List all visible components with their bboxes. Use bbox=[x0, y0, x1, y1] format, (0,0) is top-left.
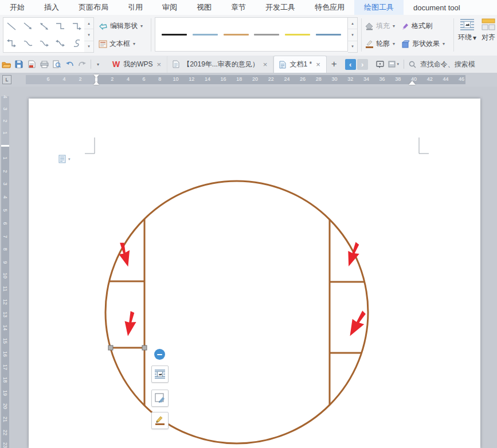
quick-access-more-button[interactable]: ▾ bbox=[93, 58, 103, 70]
close-tab-icon[interactable]: × bbox=[156, 60, 162, 69]
wps-logo-icon: W bbox=[112, 60, 120, 69]
line-style-swatch[interactable] bbox=[316, 34, 341, 36]
outline-color-button[interactable] bbox=[151, 412, 169, 429]
text-wrap-icon bbox=[154, 369, 166, 379]
line-gallery-up-button[interactable]: ▴ bbox=[348, 18, 357, 29]
shape-freeform-icon[interactable] bbox=[69, 35, 85, 52]
menu-tab-developer[interactable]: 开发工具 bbox=[256, 0, 305, 15]
ruler-number: 21 bbox=[1, 415, 10, 423]
gallery-scroll-down-button[interactable]: ▾ bbox=[84, 29, 93, 41]
ruler-number: 6 bbox=[138, 76, 150, 82]
print-preview-button[interactable] bbox=[50, 58, 63, 70]
ruler-number: 24 bbox=[281, 76, 292, 82]
shape-elbow-arrow-icon[interactable] bbox=[69, 18, 85, 35]
undo-button[interactable] bbox=[63, 58, 76, 70]
line-gallery-scroll: ▴ ▾ ▾ bbox=[348, 17, 358, 53]
tab-scroll-right-button[interactable]: › bbox=[357, 59, 368, 70]
ruler-number: 20 bbox=[249, 76, 261, 82]
print-preview-icon bbox=[53, 60, 61, 68]
hanging-indent-marker[interactable] bbox=[93, 81, 99, 85]
line-gallery-more-button[interactable]: ▾ bbox=[348, 41, 357, 52]
shape-effects-button[interactable]: 形状效果▾ bbox=[401, 39, 445, 49]
comment-button[interactable] bbox=[374, 58, 386, 70]
page-canvas[interactable]: ▾ bbox=[29, 99, 480, 448]
menu-tab-insert[interactable]: 插入 bbox=[34, 0, 69, 15]
shape-elbow-connector-icon[interactable] bbox=[52, 18, 68, 35]
ruler-number: 38 bbox=[392, 76, 404, 82]
gallery-scroll-up-button[interactable]: ▴ bbox=[84, 18, 93, 29]
ruler-number: 44 bbox=[440, 76, 451, 82]
ruler-number: 4 bbox=[122, 76, 134, 82]
layout-options-button[interactable] bbox=[151, 366, 169, 383]
align-button[interactable]: 对齐 bbox=[482, 18, 495, 42]
tab-scroll-left-button[interactable]: ‹ bbox=[345, 59, 356, 70]
ruler-number: 46 bbox=[456, 76, 467, 82]
tab-stop-selector[interactable]: L bbox=[2, 75, 11, 84]
line-gallery-down-button[interactable]: ▾ bbox=[348, 29, 357, 41]
menu-tab-drawing-tools[interactable]: 绘图工具 bbox=[354, 0, 404, 15]
print-button[interactable] bbox=[38, 58, 50, 70]
selection-handle-left[interactable] bbox=[108, 345, 113, 350]
ruler-number: 12 bbox=[1, 298, 10, 306]
first-line-indent-marker[interactable] bbox=[93, 74, 99, 78]
ruler-number: 19 bbox=[1, 389, 10, 397]
wrap-button[interactable]: 环绕▾ bbox=[458, 18, 476, 42]
line-style-swatch[interactable] bbox=[162, 34, 187, 36]
redo-button[interactable] bbox=[76, 58, 88, 70]
shape-curve-arrow-icon[interactable] bbox=[36, 35, 52, 52]
menu-tab-references[interactable]: 引用 bbox=[118, 0, 152, 15]
open-file-button[interactable] bbox=[0, 58, 13, 70]
gallery-more-button[interactable]: ▾ bbox=[84, 41, 93, 52]
menu-tab-page-layout[interactable]: 页面布局 bbox=[69, 0, 118, 15]
new-tab-button[interactable]: + bbox=[327, 58, 342, 70]
view-mode-icon bbox=[388, 61, 397, 68]
menu-tab-section[interactable]: 章节 bbox=[221, 0, 256, 15]
view-mode-button[interactable]: ▾ bbox=[386, 58, 401, 70]
ribbon-separator bbox=[453, 18, 454, 52]
tab-document1-active[interactable]: 文档1 * × bbox=[273, 56, 326, 73]
export-pdf-button[interactable] bbox=[25, 58, 38, 70]
shape-style-button[interactable] bbox=[151, 390, 169, 407]
menu-tab-review[interactable]: 审阅 bbox=[152, 0, 187, 15]
edit-shape-button[interactable]: 编辑形状▾ bbox=[99, 21, 143, 31]
line-style-swatch[interactable] bbox=[285, 34, 310, 36]
save-button[interactable] bbox=[13, 58, 25, 70]
red-arrow-annotation[interactable] bbox=[122, 311, 138, 337]
fill-bucket-icon bbox=[365, 22, 374, 30]
line-style-swatch[interactable] bbox=[224, 34, 249, 36]
shape-line-icon[interactable] bbox=[3, 18, 19, 35]
undo-icon bbox=[65, 61, 74, 68]
ruler-number: 13 bbox=[1, 311, 10, 319]
minus-icon bbox=[157, 354, 162, 355]
shape-elbow-double-arrow-icon[interactable] bbox=[3, 35, 19, 52]
shape-curve-connector-icon[interactable] bbox=[19, 35, 36, 52]
text-box-button[interactable]: 文本框▾ bbox=[99, 39, 135, 49]
ribbon-separator bbox=[151, 18, 151, 52]
selection-handle-right[interactable] bbox=[142, 345, 147, 350]
menu-tab-view[interactable]: 视图 bbox=[187, 0, 221, 15]
ruler-number: 2 bbox=[107, 76, 118, 82]
shape-arrow-icon[interactable] bbox=[19, 18, 36, 35]
line-style-swatch[interactable] bbox=[254, 34, 279, 36]
ruler-number: 18 bbox=[233, 76, 245, 82]
menu-tab-special-features[interactable]: 特色应用 bbox=[305, 0, 354, 15]
close-tab-icon[interactable]: × bbox=[263, 60, 268, 69]
line-style-swatch[interactable] bbox=[193, 34, 218, 36]
wps-writer-window: { "colors": { "accent_blue": "#3b7dd8", … bbox=[0, 0, 497, 448]
ruler-number: 30 bbox=[329, 76, 341, 82]
ruler-number: 8 bbox=[1, 245, 10, 253]
outline-button[interactable]: 轮廓▾ bbox=[365, 39, 395, 49]
menu-tab-home[interactable]: 开始 bbox=[0, 0, 34, 15]
command-search-input[interactable] bbox=[419, 60, 486, 69]
shape-effects-icon bbox=[401, 40, 410, 48]
ruler-number: 10 bbox=[170, 76, 182, 82]
tab-my-wps[interactable]: W 我的WPS × bbox=[107, 56, 167, 73]
menu-tab-document-tool[interactable]: document tool bbox=[404, 0, 470, 15]
fill-button[interactable]: 填充▾ bbox=[365, 21, 395, 31]
close-tab-icon[interactable]: × bbox=[315, 60, 321, 69]
collapse-toolbar-button[interactable] bbox=[154, 349, 165, 360]
shape-double-arrow-icon[interactable] bbox=[36, 18, 52, 35]
tab-document-2019[interactable]: 【2019年...审表的意见） × bbox=[167, 56, 273, 73]
shape-curve-double-arrow-icon[interactable] bbox=[52, 35, 68, 52]
format-painter-button[interactable]: 格式刷 bbox=[401, 21, 432, 31]
